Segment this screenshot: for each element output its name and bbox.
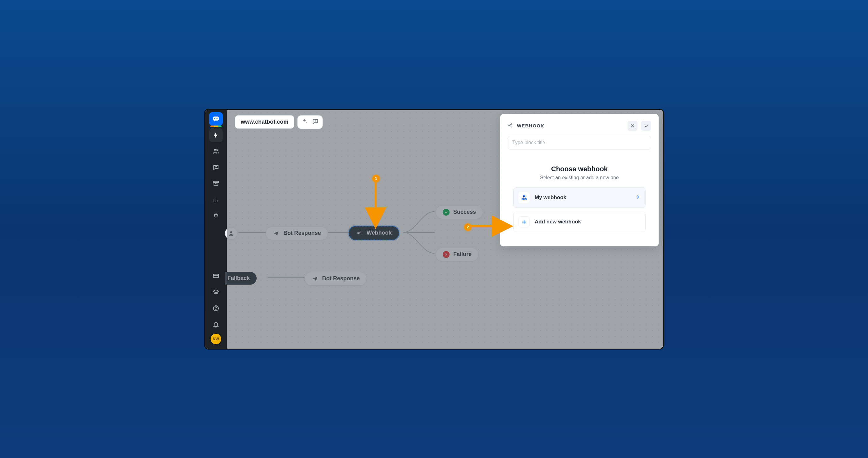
plus-icon: ＋ xyxy=(521,217,528,226)
check-icon xyxy=(644,123,649,128)
node-fallback[interactable]: Fallback xyxy=(225,272,257,285)
start-user-node[interactable] xyxy=(225,227,237,240)
graduation-cap-icon xyxy=(213,289,219,296)
node-label: Success xyxy=(453,209,476,215)
webhook-option-existing[interactable]: My webhook xyxy=(513,187,646,208)
nav-users[interactable] xyxy=(209,145,223,158)
node-failure[interactable]: Failure xyxy=(436,248,479,261)
nav-integrations[interactable] xyxy=(209,209,223,223)
site-url-pill[interactable]: www.chatbot.com xyxy=(235,115,294,129)
svg-point-11 xyxy=(230,231,232,233)
nav-chat-help[interactable] xyxy=(209,161,223,174)
svg-rect-7 xyxy=(213,274,219,277)
webhook-icon xyxy=(519,192,530,203)
chat-question-icon xyxy=(213,164,219,171)
left-rail: KW xyxy=(205,110,227,348)
confirm-button[interactable] xyxy=(641,121,651,131)
svg-rect-1 xyxy=(214,118,215,119)
block-title-input[interactable] xyxy=(508,136,651,149)
choose-webhook-card: Choose webhook Select an existing or add… xyxy=(508,158,651,238)
user-avatar[interactable]: KW xyxy=(211,334,221,344)
webhook-option-label: My webhook xyxy=(535,194,630,201)
node-label: Webhook xyxy=(367,230,392,236)
node-bot-response-2[interactable]: Bot Response xyxy=(305,272,367,285)
svg-point-14 xyxy=(360,234,361,235)
users-icon xyxy=(213,148,219,155)
paper-plane-icon xyxy=(273,230,280,237)
bolt-icon xyxy=(213,132,219,139)
webhook-add-label: Add new webhook xyxy=(535,219,640,225)
nav-learn[interactable] xyxy=(209,285,223,299)
share-nodes-icon xyxy=(356,230,363,237)
nav-help[interactable] xyxy=(209,301,223,315)
close-button[interactable] xyxy=(627,121,638,131)
chat-question-tool-icon[interactable]: ? xyxy=(312,118,319,126)
nav-bolt[interactable] xyxy=(209,128,223,142)
choose-webhook-subtitle: Select an existing or add a new one xyxy=(513,175,646,181)
svg-point-5 xyxy=(216,168,216,168)
user-icon xyxy=(228,230,234,237)
check-circle-icon xyxy=(443,209,450,216)
callout-badge-2: 2 xyxy=(464,223,472,231)
app-logo[interactable] xyxy=(209,112,223,126)
node-success[interactable]: Success xyxy=(436,205,483,219)
sparkle-icon[interactable] xyxy=(301,118,308,126)
bell-icon xyxy=(213,321,219,328)
archive-icon xyxy=(213,180,219,187)
choose-webhook-title: Choose webhook xyxy=(513,165,646,173)
node-webhook[interactable]: Webhook xyxy=(348,226,399,240)
panel-header: WEBHOOK xyxy=(508,121,651,131)
node-label: Bot Response xyxy=(322,275,360,282)
node-bot-response-1[interactable]: Bot Response xyxy=(266,226,328,240)
canvas-tools: ? xyxy=(297,115,323,129)
canvas-toolbar: www.chatbot.com ? xyxy=(235,115,323,129)
svg-rect-2 xyxy=(217,118,217,119)
svg-point-13 xyxy=(360,231,361,232)
plus-icon-box: ＋ xyxy=(519,216,530,227)
plug-icon xyxy=(213,213,219,219)
node-label: Failure xyxy=(453,251,472,257)
nav-billing[interactable] xyxy=(209,269,223,283)
nav-analytics[interactable] xyxy=(209,193,223,207)
svg-point-17 xyxy=(508,125,509,125)
flow-canvas[interactable]: www.chatbot.com ? xyxy=(227,110,663,348)
chat-logo-icon xyxy=(212,115,220,123)
paper-plane-icon xyxy=(312,275,318,282)
svg-point-3 xyxy=(214,149,216,151)
panel-title: WEBHOOK xyxy=(517,123,624,128)
callout-badge-1: 1 xyxy=(372,175,380,182)
webhook-option-add[interactable]: ＋ Add new webhook xyxy=(513,212,646,232)
share-nodes-icon xyxy=(508,122,513,129)
node-label: Bot Response xyxy=(283,230,321,237)
svg-point-19 xyxy=(511,126,512,127)
webhook-side-panel: WEBHOOK Choose webhook Select an existin… xyxy=(500,114,659,246)
bar-chart-icon xyxy=(213,196,219,203)
node-label: Fallback xyxy=(227,275,250,281)
svg-rect-0 xyxy=(213,117,219,121)
nav-archive[interactable] xyxy=(209,177,223,190)
nav-notifications[interactable] xyxy=(209,317,223,331)
svg-point-4 xyxy=(217,149,218,151)
x-circle-icon xyxy=(443,251,450,258)
svg-text:?: ? xyxy=(315,120,316,122)
chevron-right-icon xyxy=(635,194,640,201)
svg-rect-6 xyxy=(213,181,219,182)
help-circle-icon xyxy=(213,305,219,312)
app-frame: KW www.chatbot.com ? xyxy=(204,109,664,349)
svg-point-12 xyxy=(358,233,359,233)
close-icon xyxy=(630,123,635,128)
svg-point-18 xyxy=(511,123,512,124)
svg-point-9 xyxy=(216,309,216,309)
credit-card-icon xyxy=(213,273,219,279)
